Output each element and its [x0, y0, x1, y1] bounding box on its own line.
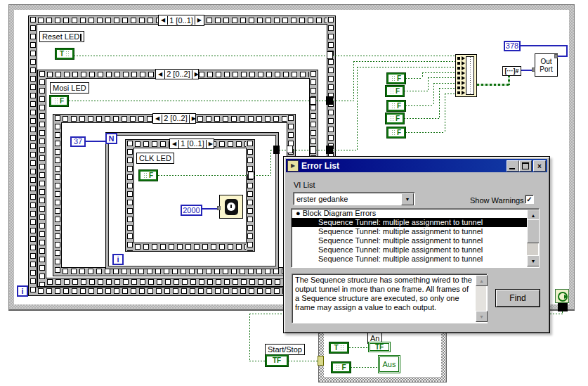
minimize-icon	[509, 168, 515, 169]
reset-bool-constant[interactable]: T	[55, 49, 74, 59]
iteration-terminal-forloop[interactable]: i	[112, 254, 124, 265]
reset-led-text: Reset LED	[42, 32, 79, 41]
maximize-button[interactable]	[519, 160, 532, 172]
wire-37-to-n	[86, 141, 105, 142]
wire-startstop	[562, 311, 563, 314]
title-bar[interactable]: ▶ Error List ×	[286, 159, 547, 172]
tunnel	[248, 172, 254, 179]
scroll-down-button[interactable]: ▼	[527, 255, 540, 266]
clk-bool-constant[interactable]: F	[139, 170, 157, 181]
wire-startstop	[288, 361, 318, 361]
sequence-3-header[interactable]: ◀ 2 [0..2] ▶	[152, 113, 196, 124]
prev-frame-icon[interactable]: ◀	[170, 140, 179, 148]
sequence-4-header[interactable]: ◀ 1 [0..1] ▶	[169, 139, 214, 149]
constant-2000[interactable]: 2000	[181, 205, 202, 216]
prev-frame-icon[interactable]: ◀	[156, 70, 165, 79]
mosi-bool-constant[interactable]: F	[50, 96, 68, 106]
continue-arrow-icon	[564, 295, 568, 299]
constant-37[interactable]: 37	[70, 136, 86, 147]
wire-aus	[351, 367, 378, 368]
next-frame-icon[interactable]: ▶	[206, 140, 215, 148]
iteration-terminal-whileloop[interactable]: i	[17, 285, 28, 297]
true-half	[143, 172, 148, 179]
sequence-2-header-label: 2 [0..2]	[165, 70, 192, 78]
bool-constant-1[interactable]: F	[387, 73, 405, 84]
list-item[interactable]: Sequence Tunnel: multiple assignment to …	[292, 245, 539, 255]
chevron-down-icon: ▼	[405, 197, 410, 202]
list-item[interactable]: Sequence Tunnel: multiple assignment to …	[292, 227, 539, 236]
bullet-icon: ●	[296, 209, 301, 217]
loop-condition-terminal[interactable]	[555, 289, 569, 303]
false-constant[interactable]: F	[332, 362, 351, 373]
sequence-1-header[interactable]: ◀ 1 [0..1] ▶	[158, 15, 204, 26]
error-description-box[interactable]: The Sequence structure has something wir…	[292, 274, 488, 323]
description-scrollbar[interactable]: ▲ ▼	[476, 275, 486, 322]
bool-array-to-number-node[interactable]: [···]#	[502, 66, 521, 76]
true-half	[390, 88, 394, 94]
start-stop-label[interactable]: Start/Stop	[265, 344, 305, 355]
wire-clk	[357, 67, 455, 67]
prev-frame-icon[interactable]: ◀	[153, 115, 162, 123]
find-button[interactable]: Find	[495, 289, 540, 307]
scrollbar-thumb[interactable]	[527, 219, 540, 243]
wire-bool1	[422, 72, 455, 73]
true-half	[54, 98, 58, 104]
tunnel	[326, 146, 333, 154]
scroll-up-button[interactable]: ▲	[476, 275, 488, 286]
tunnel	[327, 51, 333, 59]
build-array-node[interactable]	[455, 54, 477, 97]
film-border	[126, 243, 254, 251]
next-frame-icon[interactable]: ▶	[192, 70, 201, 79]
list-item-header[interactable]: ● Block Diagram Errors	[292, 209, 539, 218]
wire-bool4	[439, 88, 440, 118]
close-button[interactable]: ×	[533, 160, 546, 172]
error-list-window[interactable]: ▶ Error List × VI List erster gedanke ▼ …	[283, 156, 550, 333]
list-header-text: Block Diagram Errors	[303, 209, 377, 217]
show-warnings-checkbox[interactable]: ✓	[525, 195, 534, 204]
aus-indicator[interactable]: Aus	[378, 355, 400, 373]
true-constant[interactable]: T	[329, 342, 348, 353]
bool-constant-2[interactable]: F	[386, 86, 404, 96]
mosi-led-label[interactable]: Mosi LED	[50, 82, 89, 94]
list-item[interactable]: Sequence Tunnel: multiple assignment to …	[292, 255, 539, 264]
reset-led-label[interactable]: Reset LED	[39, 31, 84, 42]
minimize-button[interactable]	[507, 160, 519, 172]
next-frame-icon[interactable]: ▶	[189, 115, 198, 123]
bool-constant-5[interactable]: F	[387, 127, 405, 138]
bool-constant-4[interactable]: F	[386, 113, 404, 124]
list-scrollbar[interactable]: ▲ ▼	[527, 210, 538, 266]
false-letter: F	[149, 172, 153, 179]
wire-bool2	[404, 91, 428, 91]
false-letter: F	[341, 364, 346, 371]
wire-bool5	[445, 94, 455, 94]
wire-bool1	[405, 78, 422, 79]
scroll-down-button[interactable]: ▼	[476, 311, 488, 322]
prev-frame-icon[interactable]: ◀	[159, 16, 168, 25]
sequence-4-header-label: 1 [0..1]	[179, 140, 206, 148]
loop-count-terminal[interactable]: N	[105, 133, 117, 144]
clk-led-label[interactable]: CLK LED	[136, 153, 174, 164]
start-stop-terminal[interactable]: TF	[266, 355, 288, 366]
array-column-icon	[466, 56, 474, 95]
wire-mosi	[353, 61, 455, 62]
window-title: Error List	[301, 161, 339, 171]
wait-ms-node[interactable]	[219, 195, 243, 219]
list-item[interactable]: Sequence Tunnel: multiple assignment to …	[292, 236, 539, 245]
wire-mosi	[353, 61, 354, 101]
wire-bool1	[422, 72, 423, 78]
constant-378[interactable]: 378	[504, 41, 521, 51]
next-frame-icon[interactable]: ▶	[195, 16, 204, 25]
film-border	[246, 140, 254, 251]
true-letter: T	[334, 345, 338, 352]
combobox-dropdown-button[interactable]: ▼	[401, 193, 414, 205]
error-list-box[interactable]: ● Block Diagram Errors Sequence Tunnel: …	[291, 208, 540, 268]
an-indicator-terminal[interactable]: TF	[368, 342, 391, 352]
sequence-2-header[interactable]: ◀ 2 [0..2] ▶	[155, 69, 199, 79]
wire-bool3	[433, 83, 434, 105]
false-letter: F	[396, 88, 400, 95]
list-item[interactable]: Sequence Tunnel: multiple assignment to …	[292, 218, 539, 227]
false-letter: F	[396, 115, 400, 122]
vi-list-combobox[interactable]: erster gedanke ▼	[293, 192, 415, 205]
sequence-3-header-label: 2 [0..2]	[162, 115, 189, 122]
bool-constant-3[interactable]: F	[387, 101, 405, 111]
